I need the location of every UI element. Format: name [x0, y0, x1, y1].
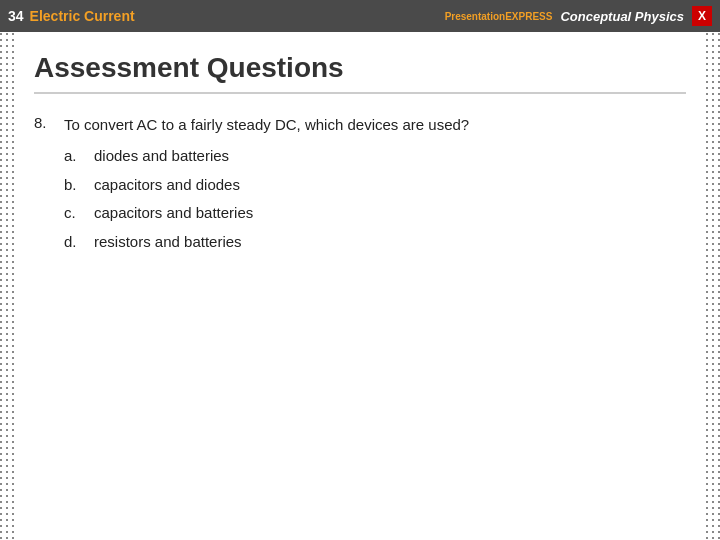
right-dots-border [706, 32, 720, 540]
answer-letter-a: a. [64, 145, 84, 168]
close-button[interactable]: X [692, 6, 712, 26]
header-right: PresentationEXPRESS Conceptual Physics X [445, 6, 712, 26]
question-container: 8. To convert AC to a fairly steady DC, … [34, 114, 686, 259]
header-left: 34 Electric Current [8, 8, 135, 24]
header-bar: 34 Electric Current PresentationEXPRESS … [0, 0, 720, 32]
answer-letter-b: b. [64, 174, 84, 197]
list-item: b. capacitors and diodes [64, 174, 686, 197]
content-area: Assessment Questions 8. To convert AC to… [14, 32, 706, 540]
question-number: 8. [34, 114, 54, 259]
list-item: c. capacitors and batteries [64, 202, 686, 225]
left-dots-border [0, 32, 14, 540]
section-title: Assessment Questions [34, 52, 686, 94]
chapter-title: Electric Current [30, 8, 135, 24]
main-content: Assessment Questions 8. To convert AC to… [0, 32, 720, 540]
answer-text-b: capacitors and diodes [94, 174, 240, 197]
answer-letter-d: d. [64, 231, 84, 254]
answers-list: a. diodes and batteries b. capacitors an… [64, 145, 686, 253]
question-text: To convert AC to a fairly steady DC, whi… [64, 114, 686, 135]
brand-title: Conceptual Physics [560, 9, 684, 24]
chapter-number: 34 [8, 8, 24, 24]
list-item: a. diodes and batteries [64, 145, 686, 168]
answer-text-a: diodes and batteries [94, 145, 229, 168]
list-item: d. resistors and batteries [64, 231, 686, 254]
answer-text-c: capacitors and batteries [94, 202, 253, 225]
answer-letter-c: c. [64, 202, 84, 225]
brand-small: PresentationEXPRESS [445, 11, 553, 22]
answer-text-d: resistors and batteries [94, 231, 242, 254]
question-body: To convert AC to a fairly steady DC, whi… [64, 114, 686, 259]
